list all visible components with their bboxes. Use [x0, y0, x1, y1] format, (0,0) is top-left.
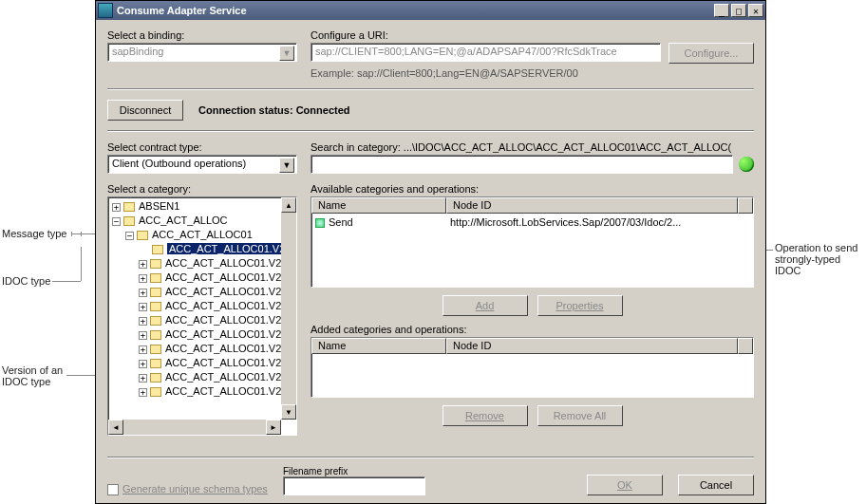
search-input[interactable] [311, 155, 733, 174]
configure-uri-label: Configure a URI: [311, 29, 754, 41]
remove-button[interactable]: Remove [442, 405, 528, 426]
maximize-button[interactable]: □ [731, 4, 746, 17]
callout-version: Version of an IDOC type [2, 364, 78, 387]
binding-combo[interactable]: sapBinding ▼ [107, 43, 297, 62]
select-category-label: Select a category: [107, 183, 297, 195]
app-icon [98, 3, 113, 18]
configure-button[interactable]: Configure... [668, 43, 754, 64]
callout-operation: Operation to send strongly-typed IDOC [775, 242, 865, 276]
scrollbar-vertical[interactable]: ▲ ▼ [281, 197, 296, 420]
remove-all-button[interactable]: Remove All [537, 405, 623, 426]
ok-button[interactable]: OK [587, 475, 663, 495]
col-name[interactable]: Name [311, 197, 446, 214]
titlebar[interactable]: Consume Adapter Service _ □ ✕ [96, 1, 765, 20]
dialog-window: Consume Adapter Service _ □ ✕ Select a b… [95, 0, 766, 504]
search-label: Search in category: ...\IDOC\ACC_ACT_ALL… [311, 141, 754, 153]
available-label: Available categories and operations: [311, 183, 754, 195]
added-listview[interactable]: Name Node ID [311, 337, 754, 398]
tree-selected-item: ACC_ACT_ALLOC01.V2 (4 [167, 243, 297, 254]
category-tree[interactable]: +ABSEN1 −ACC_ACT_ALLOC −ACC_ACT_ALLOC01 … [107, 196, 297, 436]
window-title: Consume Adapter Service [117, 5, 247, 16]
disconnect-button[interactable]: Disconnect [107, 100, 183, 121]
connection-status: Connection status: Connected [198, 104, 350, 116]
added-label: Added categories and operations: [311, 324, 754, 335]
chevron-down-icon[interactable]: ▼ [279, 158, 294, 173]
col-node[interactable]: Node ID [446, 197, 738, 214]
chevron-down-icon[interactable]: ▼ [279, 46, 294, 61]
select-binding-label: Select a binding: [107, 29, 297, 41]
contract-combo[interactable]: Client (Outbound operations) ▼ [107, 155, 297, 174]
minimize-button[interactable]: _ [714, 4, 729, 17]
close-button[interactable]: ✕ [748, 4, 763, 17]
operation-icon [315, 218, 325, 228]
uri-input: sap://CLIENT=800;LANG=EN;@a/ADAPSAP47/00… [311, 43, 661, 62]
select-contract-label: Select contract type: [107, 141, 297, 153]
properties-button[interactable]: Properties [537, 295, 623, 316]
scrollbar-horizontal[interactable]: ◄ ► [108, 420, 281, 435]
list-item[interactable]: Send http://Microsoft.LobServices.Sap/20… [315, 215, 749, 230]
callout-message-type: Message type [2, 228, 66, 239]
cancel-button[interactable]: Cancel [678, 475, 754, 495]
go-icon[interactable] [739, 157, 754, 172]
generate-checkbox[interactable]: Generate unique schema types [107, 483, 268, 495]
filename-prefix-label: Filename prefix [283, 466, 425, 476]
callout-idoc-type: IDOC type [2, 275, 50, 287]
add-button[interactable]: Add [442, 295, 528, 316]
filename-prefix-input[interactable] [283, 476, 425, 495]
available-listview[interactable]: Name Node ID Send http://Microsoft.LobSe… [311, 196, 754, 288]
example-uri: Example: sap://Client=800;Lang=EN@A/SAPS… [311, 67, 754, 79]
